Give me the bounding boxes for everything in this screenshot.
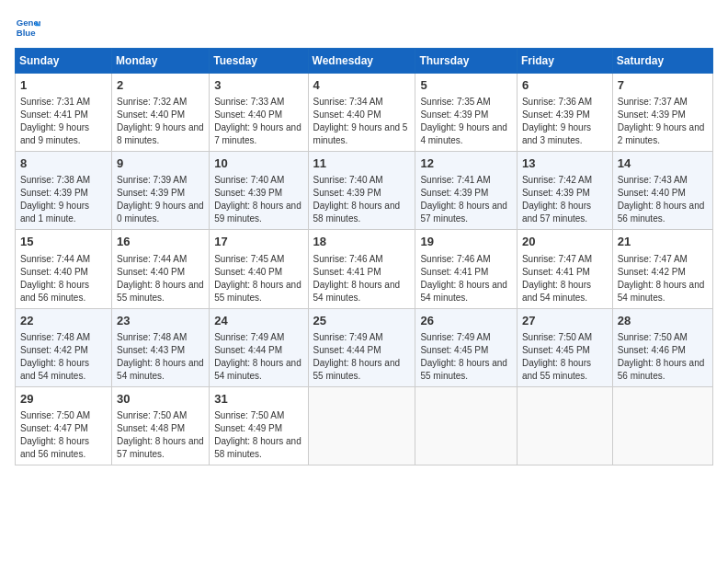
sunrise-label: Sunrise: 7:44 AM xyxy=(117,254,187,264)
logo-icon: General Blue xyxy=(15,15,40,40)
daylight-label: Daylight: 8 hours and 54 minutes. xyxy=(313,280,401,303)
calendar-header-row: SundayMondayTuesdayWednesdayThursdayFrid… xyxy=(16,49,713,74)
calendar-cell: 15Sunrise: 7:44 AMSunset: 4:40 PMDayligh… xyxy=(16,230,112,308)
sunrise-label: Sunrise: 7:40 AM xyxy=(214,175,284,185)
day-number: 28 xyxy=(618,313,708,329)
sunset-label: Sunset: 4:39 PM xyxy=(522,109,590,120)
sunset-label: Sunset: 4:45 PM xyxy=(420,345,488,355)
sunrise-label: Sunrise: 7:47 AM xyxy=(618,254,688,264)
sunset-label: Sunset: 4:41 PM xyxy=(313,267,381,277)
sunrise-label: Sunrise: 7:44 AM xyxy=(20,254,90,264)
calendar-cell: 17Sunrise: 7:45 AMSunset: 4:40 PMDayligh… xyxy=(210,230,308,308)
daylight-label: Daylight: 8 hours and 57 minutes. xyxy=(420,201,507,224)
calendar-cell: 14Sunrise: 7:43 AMSunset: 4:40 PMDayligh… xyxy=(612,152,712,230)
sunrise-label: Sunrise: 7:50 AM xyxy=(618,332,688,342)
daylight-label: Daylight: 9 hours and 2 minutes. xyxy=(618,122,705,145)
sunrise-label: Sunrise: 7:48 AM xyxy=(117,332,187,342)
column-header-tuesday: Tuesday xyxy=(210,49,308,74)
sunrise-label: Sunrise: 7:45 AM xyxy=(214,254,284,264)
day-number: 30 xyxy=(117,391,204,408)
day-number: 27 xyxy=(522,313,608,329)
calendar-cell: 18Sunrise: 7:46 AMSunset: 4:41 PMDayligh… xyxy=(308,230,415,308)
calendar-cell: 1Sunrise: 7:31 AMSunset: 4:41 PMDaylight… xyxy=(16,74,112,152)
sunset-label: Sunset: 4:40 PM xyxy=(214,267,282,277)
calendar-cell: 8Sunrise: 7:38 AMSunset: 4:39 PMDaylight… xyxy=(16,152,112,230)
daylight-label: Daylight: 8 hours and 55 minutes. xyxy=(522,358,591,381)
calendar-cell xyxy=(517,386,612,465)
calendar-cell: 24Sunrise: 7:49 AMSunset: 4:44 PMDayligh… xyxy=(210,308,308,386)
calendar-cell: 26Sunrise: 7:49 AMSunset: 4:45 PMDayligh… xyxy=(415,308,518,386)
sunset-label: Sunset: 4:40 PM xyxy=(117,267,185,277)
sunset-label: Sunset: 4:41 PM xyxy=(20,109,88,120)
calendar-cell: 25Sunrise: 7:49 AMSunset: 4:44 PMDayligh… xyxy=(308,308,415,386)
day-number: 23 xyxy=(117,313,204,329)
daylight-label: Daylight: 8 hours and 56 minutes. xyxy=(20,436,89,459)
sunrise-label: Sunrise: 7:43 AM xyxy=(618,175,688,185)
sunrise-label: Sunrise: 7:39 AM xyxy=(117,175,187,185)
column-header-wednesday: Wednesday xyxy=(308,49,415,74)
daylight-label: Daylight: 8 hours and 56 minutes. xyxy=(618,201,705,224)
day-number: 12 xyxy=(420,155,512,172)
sunset-label: Sunset: 4:41 PM xyxy=(420,267,488,277)
daylight-label: Daylight: 8 hours and 56 minutes. xyxy=(618,358,705,381)
sunset-label: Sunset: 4:45 PM xyxy=(522,345,590,355)
sunset-label: Sunset: 4:40 PM xyxy=(214,109,282,120)
calendar-cell: 12Sunrise: 7:41 AMSunset: 4:39 PMDayligh… xyxy=(415,152,518,230)
daylight-label: Daylight: 9 hours and 1 minute. xyxy=(20,201,89,224)
daylight-label: Daylight: 8 hours and 59 minutes. xyxy=(214,201,301,224)
day-number: 20 xyxy=(522,234,608,250)
day-number: 3 xyxy=(214,77,302,94)
column-header-sunday: Sunday xyxy=(16,49,112,74)
sunset-label: Sunset: 4:47 PM xyxy=(20,423,88,433)
sunrise-label: Sunrise: 7:48 AM xyxy=(20,332,90,342)
calendar-week-row: 22Sunrise: 7:48 AMSunset: 4:42 PMDayligh… xyxy=(16,308,713,386)
daylight-label: Daylight: 9 hours and 3 minutes. xyxy=(522,122,591,145)
calendar-cell: 6Sunrise: 7:36 AMSunset: 4:39 PMDaylight… xyxy=(517,74,612,152)
daylight-label: Daylight: 9 hours and 8 minutes. xyxy=(117,122,204,145)
sunrise-label: Sunrise: 7:47 AM xyxy=(522,254,592,264)
sunrise-label: Sunrise: 7:49 AM xyxy=(313,332,383,342)
column-header-thursday: Thursday xyxy=(415,49,518,74)
sunset-label: Sunset: 4:44 PM xyxy=(313,345,381,355)
daylight-label: Daylight: 8 hours and 55 minutes. xyxy=(313,358,401,381)
day-number: 6 xyxy=(522,77,608,94)
daylight-label: Daylight: 8 hours and 54 minutes. xyxy=(420,280,507,303)
day-number: 21 xyxy=(618,234,708,250)
calendar-week-row: 15Sunrise: 7:44 AMSunset: 4:40 PMDayligh… xyxy=(16,230,713,308)
sunrise-label: Sunrise: 7:34 AM xyxy=(313,97,383,107)
column-header-saturday: Saturday xyxy=(612,49,712,74)
column-header-friday: Friday xyxy=(517,49,612,74)
sunrise-label: Sunrise: 7:50 AM xyxy=(214,410,284,420)
sunrise-label: Sunrise: 7:50 AM xyxy=(20,410,90,420)
sunrise-label: Sunrise: 7:50 AM xyxy=(117,410,187,420)
daylight-label: Daylight: 8 hours and 55 minutes. xyxy=(420,358,507,381)
daylight-label: Daylight: 8 hours and 54 minutes. xyxy=(20,358,89,381)
sunrise-label: Sunrise: 7:35 AM xyxy=(420,97,490,107)
day-number: 16 xyxy=(117,234,204,250)
sunset-label: Sunset: 4:46 PM xyxy=(618,345,686,355)
header: General Blue xyxy=(15,15,713,40)
daylight-label: Daylight: 8 hours and 54 minutes. xyxy=(618,280,705,303)
sunset-label: Sunset: 4:39 PM xyxy=(214,188,282,198)
day-number: 5 xyxy=(420,77,512,94)
sunrise-label: Sunrise: 7:49 AM xyxy=(214,332,284,342)
day-number: 25 xyxy=(313,313,411,329)
calendar-cell: 11Sunrise: 7:40 AMSunset: 4:39 PMDayligh… xyxy=(308,152,415,230)
daylight-label: Daylight: 8 hours and 55 minutes. xyxy=(117,280,204,303)
calendar-cell: 23Sunrise: 7:48 AMSunset: 4:43 PMDayligh… xyxy=(112,308,210,386)
calendar-cell: 27Sunrise: 7:50 AMSunset: 4:45 PMDayligh… xyxy=(517,308,612,386)
day-number: 19 xyxy=(420,234,512,250)
calendar-cell: 22Sunrise: 7:48 AMSunset: 4:42 PMDayligh… xyxy=(16,308,112,386)
daylight-label: Daylight: 9 hours and 7 minutes. xyxy=(214,122,301,145)
daylight-label: Daylight: 8 hours and 58 minutes. xyxy=(313,201,401,224)
day-number: 24 xyxy=(214,313,302,329)
sunset-label: Sunset: 4:42 PM xyxy=(20,345,88,355)
day-number: 26 xyxy=(420,313,512,329)
day-number: 10 xyxy=(214,155,302,172)
calendar-cell: 5Sunrise: 7:35 AMSunset: 4:39 PMDaylight… xyxy=(415,74,518,152)
day-number: 1 xyxy=(20,77,107,94)
calendar-table: SundayMondayTuesdayWednesdayThursdayFrid… xyxy=(15,48,713,465)
sunrise-label: Sunrise: 7:38 AM xyxy=(20,175,90,185)
sunrise-label: Sunrise: 7:42 AM xyxy=(522,175,592,185)
calendar-week-row: 29Sunrise: 7:50 AMSunset: 4:47 PMDayligh… xyxy=(16,386,713,465)
